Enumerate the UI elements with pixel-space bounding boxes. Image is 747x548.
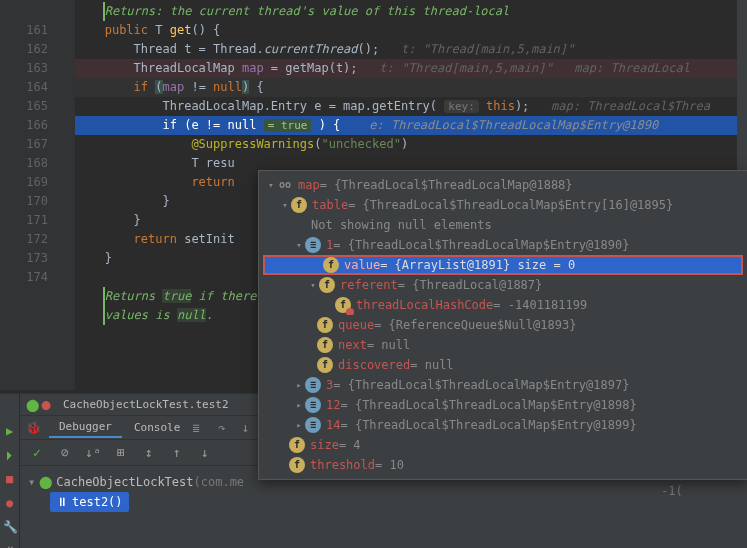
tree-node-3[interactable]: ▸≡3 = {ThreadLocal$ThreadLocalMap$Entry@…	[259, 375, 747, 395]
frame-method[interactable]: ⏸test2()	[28, 492, 739, 512]
tree-node-hash[interactable]: fthreadLocalHashCode = -1401181199	[259, 295, 747, 315]
tree-node-table[interactable]: ▾ftable = {ThreadLocal$ThreadLocalMap$En…	[259, 195, 747, 215]
settings-icon[interactable]: 🔧	[3, 520, 17, 534]
down-icon[interactable]: ⊘	[56, 444, 74, 462]
breakpoints-icon[interactable]: ●	[3, 496, 17, 510]
tree-node-map[interactable]: ▾oomap = {ThreadLocal$ThreadLocalMap@188…	[259, 175, 747, 195]
ok-icon[interactable]: ✓	[28, 444, 46, 462]
rerun-icon[interactable]: ▶	[3, 424, 17, 438]
stop-icon[interactable]: ■	[3, 472, 17, 486]
pin-icon[interactable]: ⏸	[3, 544, 17, 548]
tree-node-value[interactable]: fvalue = {ArrayList@1891} size = 0	[263, 255, 743, 275]
debugger-icon: 🐞	[26, 421, 41, 435]
output-icon[interactable]: ≣	[192, 421, 199, 435]
tree-node-discovered[interactable]: fdiscovered = null	[259, 355, 747, 375]
tree-node-14[interactable]: ▸≡14 = {ThreadLocal$ThreadLocalMap$Entry…	[259, 415, 747, 435]
filter-icon[interactable]: ⊞	[112, 444, 130, 462]
debug-variables-popup[interactable]: ▾oomap = {ThreadLocal$ThreadLocalMap@188…	[258, 170, 747, 480]
prev-icon[interactable]: ↑	[168, 444, 186, 462]
sort-icon[interactable]: ↓ᵃ	[84, 444, 102, 462]
tree-node-1[interactable]: ▾≡1 = {ThreadLocal$ThreadLocalMap$Entry@…	[259, 235, 747, 255]
expand-icon[interactable]: ↕	[140, 444, 158, 462]
debug-side-toolbar: ▶ ⏵ ■ ● 🔧 ⏸	[0, 394, 20, 548]
resume-icon[interactable]: ⏵	[3, 448, 17, 462]
tree-node-queue[interactable]: fqueue = {ReferenceQueue$Null@1893}	[259, 315, 747, 335]
step-into-icon[interactable]: ↓	[238, 420, 254, 436]
next-icon[interactable]: ↓	[196, 444, 214, 462]
tree-node-next[interactable]: fnext = null	[259, 335, 747, 355]
tree-node-threshold[interactable]: fthreshold = 10	[259, 455, 747, 475]
tree-node-referent[interactable]: ▾freferent = {ThreadLocal@1887}	[259, 275, 747, 295]
tab-debugger[interactable]: Debugger	[49, 417, 122, 438]
gutter: 161 162 163 164 165 166 167 168 169 170 …	[0, 0, 75, 390]
tab-console[interactable]: Console	[124, 418, 190, 437]
tree-node-size[interactable]: fsize = 4	[259, 435, 747, 455]
tree-node-12[interactable]: ▸≡12 = {ThreadLocal$ThreadLocalMap$Entry…	[259, 395, 747, 415]
step-over-icon[interactable]: ↷	[214, 420, 230, 436]
tree-info: Not showing null elements	[259, 215, 747, 235]
